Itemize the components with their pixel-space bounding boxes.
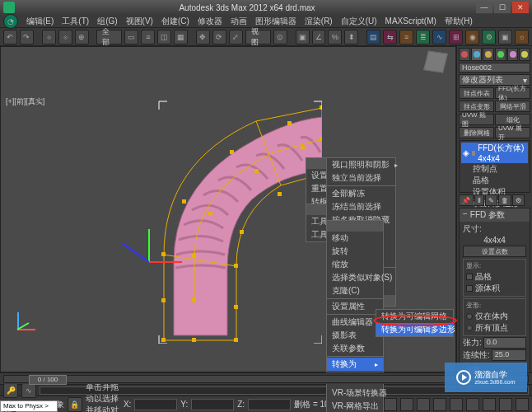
stack-sub[interactable]: 晶格	[461, 175, 528, 186]
select-region-icon[interactable]: ◫	[157, 30, 171, 44]
pin-stack-icon[interactable]: 📌	[459, 194, 474, 206]
ctx-item[interactable]: 视口照明和阴影▸	[327, 158, 395, 171]
selection-filter-dropdown[interactable]: 全部	[96, 30, 122, 44]
chk-source-vol[interactable]: 源体积	[466, 283, 523, 294]
align-icon[interactable]: ≡	[399, 30, 413, 44]
named-sel-icon[interactable]: ▤	[366, 30, 380, 44]
unlink-icon[interactable]: ⟐	[58, 30, 72, 44]
mod-btn[interactable]: UVW 贴图	[459, 114, 494, 125]
percent-snap-icon[interactable]: %	[328, 30, 342, 44]
ctx-convert-editable-poly[interactable]: 转换为可编辑多边形	[376, 323, 453, 336]
mod-btn[interactable]: FFD(长方体)	[495, 87, 530, 99]
undo-icon[interactable]: ↶	[3, 30, 17, 44]
time-slider-thumb[interactable]: 0 / 100	[29, 375, 67, 385]
render-frame-icon[interactable]: ▣	[498, 30, 512, 44]
render-prod-icon[interactable]: ☼	[515, 30, 529, 44]
bind-icon[interactable]: ⊕	[75, 30, 89, 44]
stack-ffd[interactable]: ◈FFD(长方体) 4x4x4	[461, 143, 528, 163]
ctx-item[interactable]: 克隆(C)	[327, 284, 383, 297]
ctx-item[interactable]: 设置属性	[327, 300, 383, 313]
ctx-item[interactable]: 旋转	[327, 245, 383, 258]
create-tab-icon[interactable]	[459, 48, 470, 61]
chk-lattice[interactable]: 晶格	[466, 271, 523, 283]
schematic-icon[interactable]: ⊞	[449, 30, 463, 44]
coord-x[interactable]	[134, 399, 177, 410]
menu-animation[interactable]: 动画	[231, 16, 247, 27]
viewport-label[interactable]: [+][前][真实]	[6, 96, 44, 107]
spinner-snap-icon[interactable]: ⬍	[344, 30, 358, 44]
link-icon[interactable]: ⟐	[42, 30, 56, 44]
app-menu-icon[interactable]: ◔	[3, 14, 18, 29]
select-name-icon[interactable]: ≡	[141, 30, 155, 44]
mod-btn[interactable]: UVW 展开	[495, 127, 530, 138]
radio-all-verts[interactable]: 所有顶点	[466, 322, 523, 334]
maximize-button[interactable]: ☐	[494, 2, 511, 13]
maxscript-listener[interactable]: Max to Physx > 过程	[0, 400, 58, 412]
utilities-tab-icon[interactable]	[519, 48, 530, 61]
menu-help[interactable]: 帮助(H)	[445, 16, 473, 27]
menu-create[interactable]: 创建(C)	[161, 16, 189, 27]
menu-graph[interactable]: 图形编辑器	[255, 16, 296, 27]
show-end-icon[interactable]: Ⅱ	[474, 194, 484, 206]
window-crossing-icon[interactable]: ▦	[174, 30, 188, 44]
mod-btn[interactable]: 删除网格	[459, 127, 494, 138]
modifier-stack[interactable]: ◈FFD(长方体) 4x4x4 控制点 晶格 设置体积 可编辑多边形	[459, 140, 530, 193]
goto-end-icon[interactable]	[450, 398, 463, 411]
ctx-item[interactable]: 关联参数	[327, 342, 383, 355]
radio-in-volume[interactable]: 仅在体内	[466, 311, 523, 322]
ctx-item[interactable]: 转换为可编辑网格	[376, 310, 453, 323]
menu-modifiers[interactable]: 修改器	[198, 16, 222, 27]
convert-submenu[interactable]: 转换为可编辑网格 转换为可编辑多边形	[376, 309, 454, 337]
viewcube[interactable]	[426, 52, 450, 77]
move-icon[interactable]: ✥	[196, 30, 210, 44]
select-icon[interactable]: ▭	[124, 30, 138, 44]
material-icon[interactable]: ◉	[465, 30, 479, 44]
make-unique-icon[interactable]: ✎	[485, 194, 497, 206]
curve-editor-icon[interactable]: ∿	[432, 30, 446, 44]
layers-icon[interactable]: ≣	[416, 30, 430, 44]
mirror-icon[interactable]: ⇆	[383, 30, 397, 44]
render-setup-icon[interactable]: ⚙	[482, 30, 496, 44]
configure-icon[interactable]: ⚙	[512, 194, 525, 206]
menu-render[interactable]: 渲染(R)	[305, 16, 333, 27]
ctx-item[interactable]: 独立当前选择	[327, 171, 395, 185]
next-frame-icon[interactable]	[433, 398, 446, 411]
rollout-title[interactable]: FFD 参数	[470, 209, 505, 221]
coord-y[interactable]	[191, 399, 234, 410]
lock-icon[interactable]: 🔒	[68, 397, 82, 412]
stack-sub[interactable]: 控制点	[461, 163, 528, 175]
curve-icon[interactable]: ∿	[21, 383, 36, 398]
ctx-item[interactable]: 冻结当前选择	[327, 200, 395, 213]
ctx-item[interactable]: VR-网格导出	[327, 400, 383, 412]
pan-icon[interactable]	[499, 398, 512, 411]
ctx-convert-to[interactable]: 转换为▸	[327, 358, 383, 371]
set-points-button[interactable]: 设置点数	[463, 246, 526, 257]
snap-icon[interactable]: ▣	[296, 30, 310, 44]
orbit-icon[interactable]	[516, 398, 529, 411]
ctx-item[interactable]: 全部解冻	[327, 187, 395, 200]
scale-icon[interactable]: ⤢	[229, 30, 243, 44]
redo-icon[interactable]: ↷	[20, 30, 34, 44]
ctx-item[interactable]: 缩放	[327, 258, 383, 271]
prev-frame-icon[interactable]	[400, 398, 413, 411]
mod-btn[interactable]: 挂点作表	[459, 87, 494, 99]
key-mode-icon[interactable]: 🔑	[3, 383, 18, 398]
continuity-spinner[interactable]: 25.0	[492, 349, 526, 361]
close-button[interactable]: ✕	[512, 2, 529, 13]
menu-maxscript[interactable]: MAXScript(M)	[385, 16, 436, 26]
menu-customize[interactable]: 自定义(U)	[341, 16, 377, 27]
ffd-cage[interactable]	[67, 72, 322, 344]
ctx-item[interactable]: VR-场景转换器	[327, 386, 383, 400]
rotate-icon[interactable]: ⟳	[212, 30, 226, 44]
remove-mod-icon[interactable]: 🗑	[498, 194, 511, 206]
angle-snap-icon[interactable]: ∠	[312, 30, 326, 44]
ctx-item[interactable]: 移动	[327, 232, 383, 245]
menu-views[interactable]: 视图(V)	[126, 16, 153, 27]
ref-coord-dropdown[interactable]: 视图	[245, 30, 271, 44]
minimize-button[interactable]: —	[476, 2, 492, 13]
object-name-field[interactable]	[459, 63, 530, 73]
hierarchy-tab-icon[interactable]	[483, 48, 494, 61]
zoom-all-icon[interactable]	[483, 398, 496, 411]
ctx-item[interactable]: 曲线编辑器	[327, 316, 383, 329]
tension-spinner[interactable]: 0.0	[483, 337, 526, 349]
